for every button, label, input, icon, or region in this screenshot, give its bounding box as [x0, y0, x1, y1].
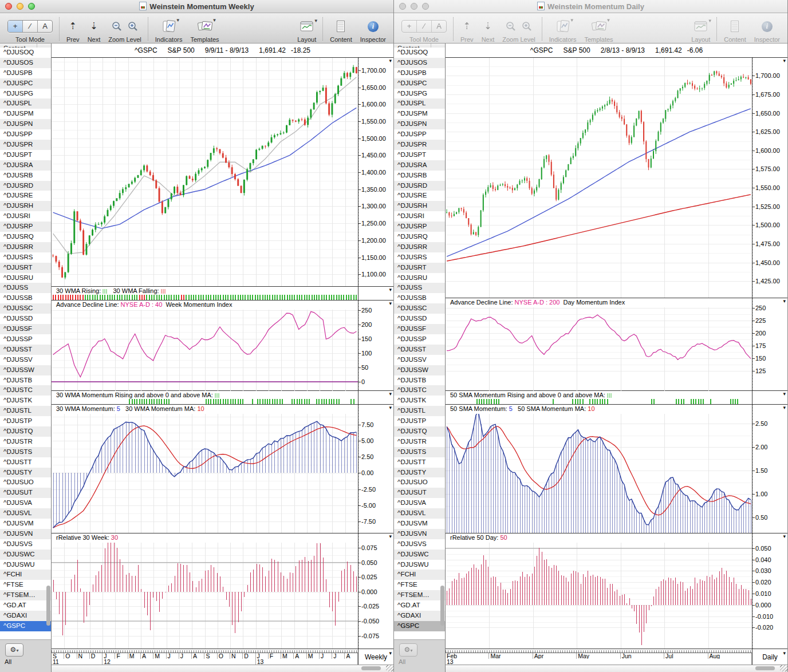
titlebar[interactable]: Weinstein Momentum Weekly — [0, 0, 393, 13]
sidebar-item[interactable]: ^DJUSVN — [0, 529, 51, 539]
sidebar-item[interactable]: ^DJUSTC — [394, 385, 445, 396]
sidebar-item[interactable]: ^GD.AT — [0, 600, 51, 611]
sidebar-item[interactable]: ^DJUSVN — [394, 529, 445, 539]
strip-axis[interactable]: ▾ — [358, 287, 393, 300]
gear-menu-button[interactable]: ⚙▾ — [5, 643, 23, 657]
panel-menu-caret[interactable]: ▾ — [783, 405, 786, 410]
sidebar-item[interactable]: ^DJUSTK — [394, 396, 445, 406]
sidebar-item[interactable]: ^FTSE — [0, 580, 51, 590]
sidebar-item[interactable]: ^DJUSPM — [394, 109, 445, 119]
sidebar-item[interactable]: ^GSPC — [0, 621, 51, 631]
sidebar-item[interactable]: ^DJUSRA — [394, 160, 445, 171]
layout-button[interactable]: ▼ Layout — [687, 15, 714, 43]
resize-grip[interactable] — [386, 665, 393, 671]
sidebar-item[interactable]: ^GDAXI — [0, 611, 51, 621]
sidebar-item[interactable]: ^FTSEM… — [0, 590, 51, 600]
sidebar-item[interactable]: ^DJUSRQ — [0, 232, 51, 242]
sidebar-item[interactable]: ^DJUSST — [394, 345, 445, 355]
sidebar-item[interactable]: ^DJUSRE — [394, 191, 445, 201]
sidebar-item[interactable]: ^DJUSRT — [0, 263, 51, 273]
sidebar-item[interactable]: ^DJUSVA — [0, 498, 51, 508]
sidebar-item[interactable]: ^DJUSTR — [0, 437, 51, 447]
resize-grip[interactable] — [780, 665, 787, 671]
text-tool-button[interactable]: A — [432, 21, 446, 32]
sidebar-item[interactable]: ^DJUSVM — [394, 519, 445, 529]
sidebar-item[interactable]: ^DJUSTY — [394, 468, 445, 478]
momentum-axis[interactable]: ▾2.502.001.501.000.50 — [752, 405, 787, 533]
sidebar-item[interactable]: ^DJUSPB — [394, 68, 445, 78]
sidebar-item[interactable]: ^DJUSTK — [0, 396, 51, 406]
sidebar-item[interactable]: ^DJUSSW — [394, 365, 445, 375]
line-tool-button[interactable]: ∕ — [23, 21, 38, 32]
relative-strength-chart[interactable] — [446, 543, 752, 649]
sidebar-item[interactable]: ^DJUSRU — [394, 273, 445, 283]
layout-button[interactable]: ▼ Layout — [293, 15, 320, 43]
sidebar-item[interactable]: ^DJUSPG — [0, 89, 51, 99]
sidebar-item[interactable]: ^DJUSPL — [0, 98, 51, 109]
horizontal-scrollbar[interactable] — [446, 665, 787, 672]
sidebar-item[interactable]: ^DJUSSV — [394, 355, 445, 365]
sidebar-item[interactable]: ^DJUSPN — [0, 119, 51, 129]
relative-axis[interactable]: ▾0.0750.0500.0250.000-0.025-0.050-0.075 — [358, 533, 393, 649]
sidebar-item[interactable]: ^DJUSRB — [0, 171, 51, 181]
momentum-chart[interactable] — [446, 414, 752, 533]
sidebar-item[interactable]: ^DJUSPR — [394, 140, 445, 150]
panel-menu-caret[interactable]: ▾ — [389, 287, 392, 292]
sidebar-item[interactable]: ^DJUSWC — [0, 550, 51, 560]
sidebar-item[interactable]: ^DJUSVS — [0, 539, 51, 550]
sidebar-item[interactable]: ^DJUSTB — [0, 375, 51, 386]
sidebar-item[interactable]: ^DJUSTL — [0, 406, 51, 416]
panel-menu-caret[interactable]: ▾ — [389, 301, 392, 306]
sidebar-item[interactable]: ^DJUSRD — [394, 181, 445, 191]
sidebar-item[interactable]: ^DJUSPL — [394, 98, 445, 109]
sidebar-item[interactable]: ^DJUSTC — [0, 385, 51, 396]
panel-menu-caret[interactable]: ▾ — [389, 533, 392, 539]
relative-strength-chart[interactable] — [52, 543, 358, 649]
sidebar-item[interactable]: ^DJUSOQ — [0, 48, 51, 58]
ad-axis[interactable]: ▾250225200175150125 — [752, 298, 787, 391]
sidebar-item[interactable]: ^GSPC — [394, 621, 445, 631]
period-dropdown[interactable]: Weekly▾ — [358, 649, 393, 665]
sidebar-item[interactable]: ^DJUSSF — [0, 324, 51, 334]
sidebar-item[interactable]: ^DJUSSF — [394, 324, 445, 334]
sidebar-item[interactable]: ^DJUSWU — [394, 560, 445, 570]
sidebar-item[interactable]: ^DJUSUO — [0, 477, 51, 488]
sidebar-item[interactable]: ^DJUSSD — [0, 314, 51, 324]
templates-button[interactable]: ▼ Templates — [186, 15, 223, 43]
indicators-button[interactable]: ▼ Indicators — [151, 15, 187, 43]
ad-line-chart[interactable] — [446, 307, 752, 391]
sidebar-item[interactable]: ^DJUSRP — [0, 222, 51, 232]
zoom-in-icon[interactable] — [128, 21, 138, 31]
sidebar-item[interactable]: ^DJUSTT — [0, 457, 51, 468]
sidebar-item[interactable]: ^DJUSSB — [394, 293, 445, 303]
sidebar-item[interactable]: ^DJUSWU — [0, 560, 51, 570]
sidebar-item[interactable]: ^DJUSTS — [394, 447, 445, 457]
sidebar-item[interactable]: ^GDAXI — [394, 611, 445, 621]
price-axis[interactable]: ▾1,700.001,675.001,650.001,625.001,600.0… — [752, 58, 787, 298]
sidebar-item[interactable]: ^DJUSRE — [0, 191, 51, 201]
sidebar-item[interactable]: ^DJUSRS — [0, 252, 51, 263]
scrollbar-thumb[interactable] — [755, 666, 775, 670]
panel-menu-caret[interactable]: ▾ — [783, 58, 786, 64]
sidebar-item[interactable]: ^DJUSTB — [394, 375, 445, 386]
gear-menu-button[interactable]: ⚙▾ — [399, 643, 417, 657]
sidebar-item[interactable]: ^DJUSOQ — [394, 48, 445, 58]
sidebar-item[interactable]: ^DJUSSV — [0, 355, 51, 365]
inspector-button[interactable]: i Inspector — [356, 15, 390, 43]
sidebar-item[interactable]: ^DJUSPR — [0, 140, 51, 150]
sidebar-item[interactable]: ^DJUSTL — [394, 406, 445, 416]
inspector-button[interactable]: i Inspector — [750, 15, 784, 43]
strip-axis[interactable]: ▾ — [358, 391, 393, 404]
panel-menu-caret[interactable]: ▾ — [783, 533, 786, 539]
strip-axis[interactable]: ▾ — [752, 391, 787, 404]
prev-button[interactable]: ⇡ Prev — [62, 15, 84, 43]
panel-menu-caret[interactable]: ▾ — [389, 391, 392, 397]
momentum-axis[interactable]: ▾7.505.002.500.00-2.50-5.00-7.50 — [358, 405, 393, 533]
sidebar-item[interactable]: ^DJUSPN — [394, 119, 445, 129]
sidebar-item[interactable]: ^DJUSVA — [394, 498, 445, 508]
sidebar-item[interactable]: ^DJUSTS — [0, 447, 51, 457]
sidebar-item[interactable]: ^DJUSTQ — [394, 426, 445, 437]
content-button[interactable]: Content — [720, 15, 750, 43]
momentum-chart[interactable] — [52, 414, 358, 533]
prev-button[interactable]: ⇡ Prev — [456, 15, 478, 43]
